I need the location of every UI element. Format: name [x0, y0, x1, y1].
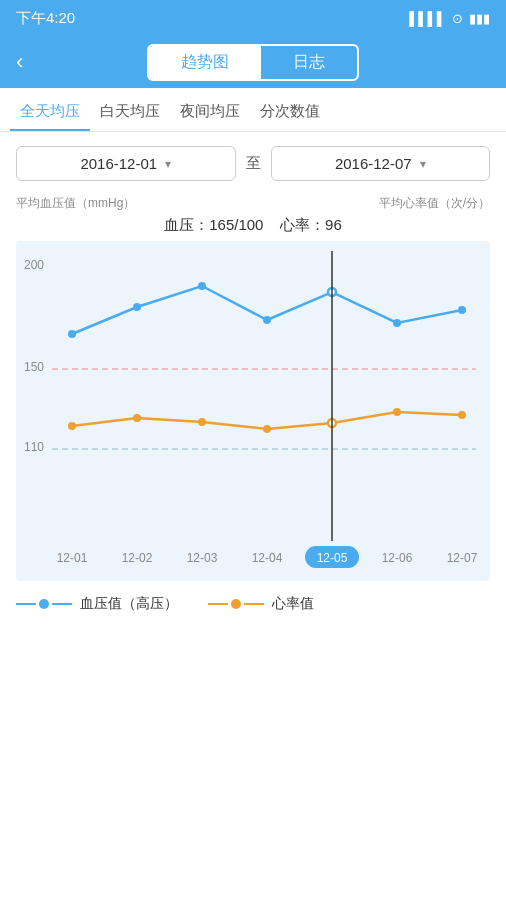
date-from-picker[interactable]: 2016-12-01 ▾: [16, 146, 236, 181]
svg-point-6: [68, 330, 76, 338]
svg-text:12-02: 12-02: [122, 551, 153, 565]
bp-legend-dash-2: [52, 603, 72, 605]
svg-point-19: [458, 411, 466, 419]
battery-icon: ▮▮▮: [469, 11, 490, 26]
svg-point-14: [133, 414, 141, 422]
svg-point-7: [133, 303, 141, 311]
date-to-value: 2016-12-07: [335, 155, 412, 172]
wifi-icon: ⊙: [452, 11, 463, 26]
bp-legend-line: [16, 599, 72, 609]
chart-legend: 血压值（高压） 心率值: [0, 581, 506, 627]
tab-trend[interactable]: 趋势图: [149, 46, 261, 79]
status-time: 下午4:20: [16, 9, 75, 28]
svg-text:12-01: 12-01: [57, 551, 88, 565]
hr-axis-label: 平均心率值（次/分）: [379, 195, 490, 212]
date-from-value: 2016-12-01: [80, 155, 157, 172]
sub-tab-pertime[interactable]: 分次数值: [250, 88, 330, 131]
svg-rect-0: [16, 241, 490, 581]
hr-legend-line: [208, 599, 264, 609]
svg-text:150: 150: [24, 360, 44, 374]
tab-log[interactable]: 日志: [261, 46, 357, 79]
chart-svg: 200 150 110: [16, 241, 490, 581]
bp-legend-label: 血压值（高压）: [80, 595, 178, 613]
svg-text:12-03: 12-03: [187, 551, 218, 565]
chart-axis-labels: 平均血压值（mmHg） 平均心率值（次/分）: [16, 195, 490, 212]
date-separator: 至: [246, 154, 261, 173]
tooltip-bp: 血压：165/100: [164, 216, 263, 233]
bp-axis-label: 平均血压值（mmHg）: [16, 195, 135, 212]
status-icons: ▌▌▌▌ ⊙ ▮▮▮: [409, 11, 490, 26]
svg-point-11: [393, 319, 401, 327]
date-to-picker[interactable]: 2016-12-07 ▾: [271, 146, 491, 181]
date-range: 2016-12-01 ▾ 至 2016-12-07 ▾: [0, 132, 506, 195]
hr-legend-dot: [231, 599, 241, 609]
sub-tab-allday[interactable]: 全天均压: [10, 88, 90, 131]
svg-point-18: [393, 408, 401, 416]
header: ‹ 趋势图 日志: [0, 36, 506, 88]
chart-area[interactable]: 200 150 110: [16, 241, 490, 581]
legend-hr: 心率值: [208, 595, 314, 613]
svg-point-8: [198, 282, 206, 290]
svg-point-13: [68, 422, 76, 430]
chart-tooltip: 血压：165/100 心率：96: [16, 216, 490, 235]
hr-legend-dash: [208, 603, 228, 605]
status-bar: 下午4:20 ▌▌▌▌ ⊙ ▮▮▮: [0, 0, 506, 36]
tooltip-hr: 心率：96: [280, 216, 342, 233]
bp-legend-dot: [39, 599, 49, 609]
svg-text:200: 200: [24, 258, 44, 272]
chart-container: 平均血压值（mmHg） 平均心率值（次/分） 血压：165/100 心率：96 …: [0, 195, 506, 581]
sub-tab-daytime[interactable]: 白天均压: [90, 88, 170, 131]
hr-legend-dash-2: [244, 603, 264, 605]
svg-point-15: [198, 418, 206, 426]
svg-point-12: [458, 306, 466, 314]
svg-text:12-06: 12-06: [382, 551, 413, 565]
tab-group: 趋势图 日志: [147, 44, 359, 81]
back-button[interactable]: ‹: [16, 49, 23, 75]
chevron-down-icon-2: ▾: [420, 157, 426, 171]
svg-point-16: [263, 425, 271, 433]
bp-legend-dash: [16, 603, 36, 605]
sub-tab-night[interactable]: 夜间均压: [170, 88, 250, 131]
sub-tabs: 全天均压 白天均压 夜间均压 分次数值: [0, 88, 506, 132]
svg-text:110: 110: [24, 440, 44, 454]
chevron-down-icon: ▾: [165, 157, 171, 171]
svg-text:12-04: 12-04: [252, 551, 283, 565]
hr-legend-label: 心率值: [272, 595, 314, 613]
svg-point-9: [263, 316, 271, 324]
svg-text:12-07: 12-07: [447, 551, 478, 565]
signal-icon: ▌▌▌▌: [409, 11, 446, 26]
svg-text:12-05: 12-05: [317, 551, 348, 565]
legend-bp: 血压值（高压）: [16, 595, 178, 613]
